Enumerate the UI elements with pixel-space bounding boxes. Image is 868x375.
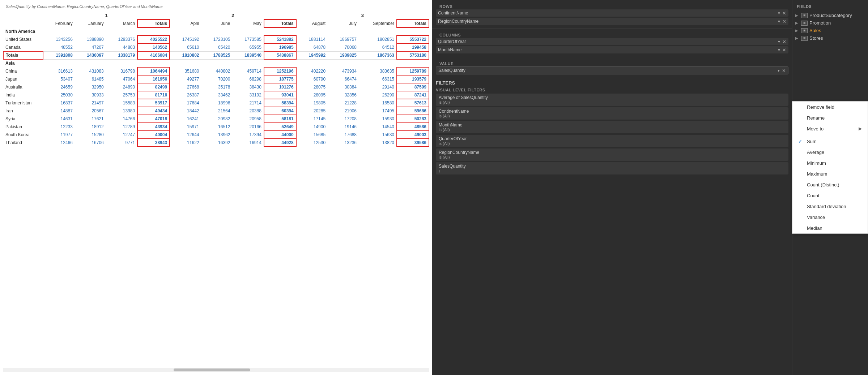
menu-rename-label: Rename [807, 115, 825, 121]
menu-sum[interactable]: ✓ Sum [792, 136, 868, 147]
chip-x2-icon[interactable]: ✕ [782, 19, 786, 24]
continent-chip[interactable]: ContinentName ▼ ✕ [436, 9, 788, 17]
chip-arrow3-icon: ▼ [777, 40, 781, 44]
filter-quarter[interactable]: QuarterOfYear is (All) [436, 135, 788, 147]
table-row: Canada 48552 47207 44803 140562 65610 65… [3, 43, 429, 51]
table-row: Turkmenistan 16837 21497 15583 53917 176… [3, 99, 429, 107]
table-title: SalesQuantity by ContinentName, RegionCo… [3, 3, 429, 12]
menu-average-label: Average [807, 150, 824, 155]
q2-header: 2 [170, 12, 296, 20]
q1-header: 1 [43, 12, 170, 20]
check-placeholder [798, 104, 804, 110]
menu-countdistinct-label: Count (Distinct) [807, 182, 839, 188]
menu-variance-label: Variance [807, 215, 825, 220]
field-label-promotion: Promotion [809, 20, 831, 26]
filter-salesqty[interactable]: SalesQuantity ↓ [436, 162, 788, 174]
field-label-stores: Stores [809, 35, 823, 41]
country-cell: Australia [3, 83, 43, 91]
country-chip-label: RegionCountryName [438, 19, 478, 24]
country-cell: Canada [3, 43, 43, 51]
filter-continent[interactable]: ContinentName is (All) [436, 107, 788, 120]
menu-average[interactable]: Average [792, 147, 868, 158]
check-placeholder8 [798, 193, 804, 198]
field-label-productsubcat: ProductSubcategory [809, 13, 852, 18]
field-sales[interactable]: ▶ ⊞ Sales [792, 27, 868, 34]
menu-remove[interactable]: Remove field [792, 102, 868, 112]
fields-list-header: Fields [792, 3, 868, 10]
sum-check-icon: ✓ [798, 138, 804, 144]
field-stores[interactable]: ▶ ⊞ Stores [792, 34, 868, 42]
viz-pane: Rows ContinentName ▼ ✕ RegionCountryName… [432, 0, 792, 375]
menu-variance[interactable]: Variance [792, 212, 868, 223]
menu-minimum[interactable]: Minimum [792, 158, 868, 168]
filters-title: FILTERS [436, 80, 788, 86]
salesqty-chip-label: SalesQuantity [438, 68, 465, 73]
menu-count-label: Count [807, 193, 820, 198]
feb-header: February [43, 20, 75, 27]
check-placeholder7 [798, 182, 804, 188]
fields-list: ▶ ⊞ ProductSubcategory ▶ ⊞ Promotion ▶ ⊞… [792, 10, 868, 43]
table-row: Syria 14631 17621 14766 47018 16241 2098… [3, 115, 429, 123]
value-label: Value [436, 59, 788, 66]
table-icon3: ⊞ [801, 28, 808, 33]
menu-maximum[interactable]: Maximum [792, 168, 868, 179]
context-menu: Remove field Rename Move to ▶ ✓ Sum [792, 101, 868, 234]
totals-row: Totals 1391808 1436097 1338179 4166084 1… [3, 51, 429, 59]
chip-x4-icon[interactable]: ✕ [782, 48, 786, 52]
check-placeholder2 [798, 115, 804, 121]
menu-count-distinct[interactable]: Count (Distinct) [792, 179, 868, 190]
table-row: Thailand 12466 16706 9771 38943 11622 16… [3, 139, 429, 147]
filter-month[interactable]: MonthName is (All) [436, 121, 788, 133]
expand-icon2: ▶ [795, 21, 800, 25]
month-chip[interactable]: MonthName ▼ ✕ [436, 46, 788, 53]
country-cell: Thailand [3, 139, 43, 147]
menu-move[interactable]: Move to ▶ [792, 123, 868, 134]
country-chip[interactable]: RegionCountryName ▼ ✕ [436, 18, 788, 25]
expand-icon4: ▶ [795, 36, 800, 40]
sep-header: September [359, 20, 397, 27]
expand-icon3: ▶ [795, 29, 800, 33]
chip-x-icon[interactable]: ✕ [782, 11, 786, 16]
jun-header: June [201, 20, 232, 27]
check-placeholder10 [798, 214, 804, 220]
menu-rename[interactable]: Rename [792, 112, 868, 123]
country-cell: China [3, 67, 43, 75]
rows-label: Rows [436, 2, 788, 9]
continent-chip-label: ContinentName [438, 10, 468, 16]
fields-list-pane: Fields ▶ ⊞ ProductSubcategory ▶ ⊞ Promot… [792, 0, 868, 375]
h-scrollbar[interactable] [3, 368, 429, 372]
quarter-chip[interactable]: QuarterOfYear ▼ ✕ [436, 38, 788, 45]
matrix-container[interactable]: 1 2 3 February January March Totals Apri… [3, 12, 429, 367]
menu-stddev[interactable]: Standard deviation [792, 201, 868, 212]
field-promotion[interactable]: ▶ ⊞ Promotion [792, 19, 868, 27]
table-row: Australia 24659 32950 24890 82499 27668 … [3, 83, 429, 91]
table-row: Japan 53407 61485 47064 161956 49277 702… [3, 75, 429, 83]
table-row: United States 1343256 1388890 1293376 40… [3, 35, 429, 43]
filter-region[interactable]: RegionCountryName is (All) [436, 148, 788, 161]
chip-x5-icon[interactable]: ✕ [782, 68, 786, 73]
h-scroll-thumb[interactable] [174, 368, 250, 371]
q3-totals-header: Totals [397, 20, 429, 27]
menu-minimum-label: Minimum [807, 160, 826, 166]
menu-median[interactable]: Median [792, 223, 868, 233]
month-chip-label: MonthName [438, 47, 461, 52]
table-row: China 316613 431083 316798 1064494 35168… [3, 67, 429, 75]
columns-label: Columns [436, 31, 788, 38]
menu-count[interactable]: Count [792, 190, 868, 201]
filter-avg-salesqty[interactable]: Average of SalesQuantity is (All) [436, 94, 788, 106]
chip-x3-icon[interactable]: ✕ [782, 39, 786, 44]
check-placeholder11 [798, 225, 804, 231]
salesqty-chip[interactable]: SalesQuantity ▼ ✕ [436, 66, 788, 74]
rows-section: Rows ContinentName ▼ ✕ RegionCountryName… [432, 0, 792, 29]
jan-header: January [75, 20, 106, 27]
mar-header: March [106, 20, 137, 27]
country-cell: Iran [3, 107, 43, 115]
totals-label: Totals [3, 51, 43, 59]
country-cell: Turkmenistan [3, 99, 43, 107]
field-productsubcat[interactable]: ▶ ⊞ ProductSubcategory [792, 12, 868, 19]
filters-section: FILTERS Visual level filters Average of … [432, 78, 792, 375]
menu-stddev-label: Standard deviation [807, 204, 846, 209]
country-cell: India [3, 91, 43, 99]
q1-totals-header: Totals [137, 20, 170, 27]
aug-header: August [296, 20, 328, 27]
